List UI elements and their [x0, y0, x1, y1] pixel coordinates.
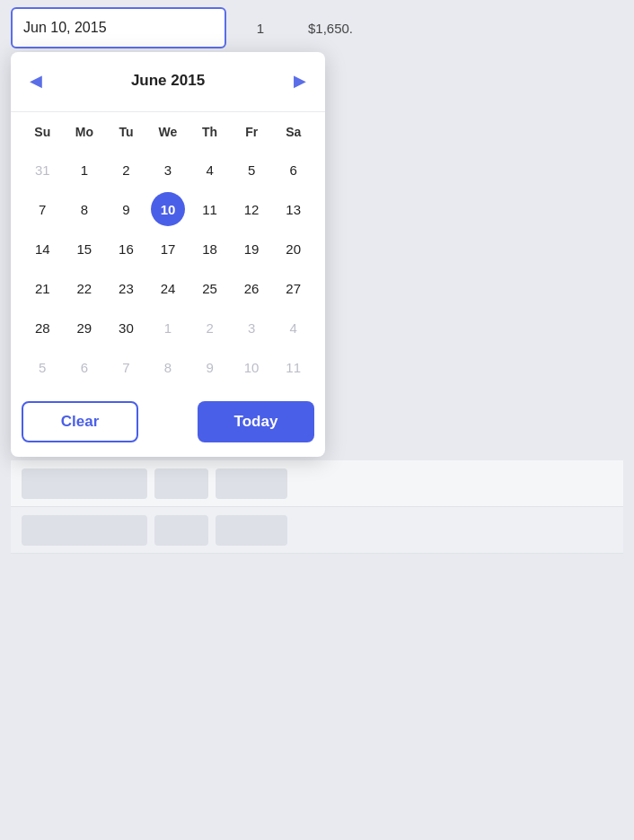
calendar-day[interactable]: 29 — [67, 311, 101, 345]
calendar-day[interactable]: 17 — [151, 232, 185, 266]
calendar-day[interactable]: 11 — [193, 192, 227, 226]
dow-th: Th — [189, 119, 231, 144]
calendar-day[interactable]: 3 — [151, 153, 185, 187]
calendar-day[interactable]: 5 — [25, 350, 59, 384]
calendar-day[interactable]: 24 — [151, 271, 185, 305]
calendar-day[interactable]: 27 — [277, 271, 311, 305]
calendar-day[interactable]: 23 — [109, 271, 143, 305]
calendar-dropdown: ◀ June 2015 ▶ Su Mo Tu We Th Fr Sa 31123… — [11, 52, 325, 457]
calendar-day[interactable]: 14 — [25, 232, 59, 266]
calendar-day[interactable]: 18 — [193, 232, 227, 266]
calendar-day[interactable]: 1 — [67, 153, 101, 187]
calendar-day[interactable]: 5 — [234, 153, 269, 187]
prev-month-button[interactable]: ◀ — [22, 66, 50, 95]
date-input[interactable] — [11, 7, 226, 48]
table-row — [11, 460, 623, 507]
calendar-day[interactable]: 15 — [67, 232, 101, 266]
calendar-day[interactable]: 9 — [193, 350, 227, 384]
calendar-day[interactable]: 19 — [234, 232, 269, 266]
calendar-day[interactable]: 13 — [277, 192, 311, 226]
dow-su: Su — [22, 119, 64, 144]
calendar-day[interactable]: 2 — [109, 153, 143, 187]
calendar-day[interactable]: 4 — [277, 311, 311, 345]
next-month-button[interactable]: ▶ — [286, 66, 314, 95]
row-cell — [216, 468, 287, 499]
dow-mo: Mo — [64, 119, 106, 144]
calendar-day[interactable]: 12 — [234, 192, 269, 226]
dow-sa: Sa — [272, 119, 314, 144]
calendar-day[interactable]: 4 — [193, 153, 227, 187]
chevron-right-icon: ▶ — [294, 71, 306, 91]
clear-button[interactable]: Clear — [22, 401, 138, 442]
calendar-day[interactable]: 28 — [25, 311, 59, 345]
calendar-day[interactable]: 9 — [109, 192, 143, 226]
calendar-day[interactable]: 6 — [277, 153, 311, 187]
calendar-day[interactable]: 10 — [151, 192, 185, 226]
chevron-left-icon: ◀ — [30, 71, 42, 91]
row-cell — [154, 468, 208, 499]
calendar-day[interactable]: 3 — [234, 311, 269, 345]
below-rows — [11, 460, 623, 554]
calendar-day[interactable]: 22 — [67, 271, 101, 305]
calendar-day[interactable]: 25 — [193, 271, 227, 305]
price-cell: $1,650. — [295, 7, 366, 48]
calendar-day[interactable]: 7 — [25, 192, 59, 226]
row-cell — [22, 468, 147, 499]
calendar-day[interactable]: 2 — [193, 311, 227, 345]
days-of-week: Su Mo Tu We Th Fr Sa — [22, 119, 314, 144]
calendar-day[interactable]: 26 — [234, 271, 269, 305]
calendar-day[interactable]: 21 — [25, 271, 59, 305]
calendar-day[interactable]: 10 — [234, 350, 269, 384]
table-row — [11, 507, 623, 554]
calendar-day[interactable]: 7 — [109, 350, 143, 384]
calendar-day[interactable]: 1 — [151, 311, 185, 345]
calendar-day[interactable]: 8 — [67, 192, 101, 226]
num-cell: 1 — [233, 7, 287, 48]
calendar-grid: 3112345678910111213141516171819202122232… — [22, 150, 314, 387]
calendar-day[interactable]: 20 — [277, 232, 311, 266]
calendar-day[interactable]: 16 — [109, 232, 143, 266]
row-cell — [216, 515, 287, 546]
top-row: 1 $1,650. — [11, 7, 623, 48]
calendar-separator — [11, 111, 325, 112]
calendar-day[interactable]: 6 — [67, 350, 101, 384]
dow-tu: Tu — [105, 119, 147, 144]
row-cell — [22, 515, 147, 546]
calendar-footer: Clear Today — [22, 401, 314, 442]
calendar-day[interactable]: 11 — [277, 350, 311, 384]
calendar-title: June 2015 — [131, 72, 205, 90]
today-button[interactable]: Today — [198, 401, 314, 442]
calendar-day[interactable]: 31 — [25, 153, 59, 187]
dow-we: We — [147, 119, 189, 144]
row-cell — [154, 515, 208, 546]
calendar-day[interactable]: 8 — [151, 350, 185, 384]
calendar-header: ◀ June 2015 ▶ — [22, 66, 314, 95]
calendar-day[interactable]: 30 — [109, 311, 143, 345]
dow-fr: Fr — [231, 119, 273, 144]
